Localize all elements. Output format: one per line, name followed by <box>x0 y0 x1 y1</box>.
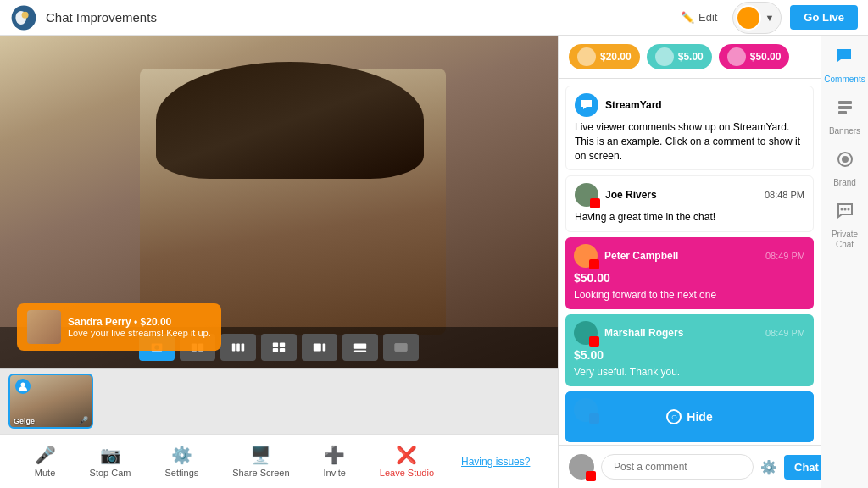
invite-button[interactable]: ➕ Invite <box>317 441 353 481</box>
donation-badge-1[interactable]: $20.00 <box>569 44 640 69</box>
having-issues-link[interactable]: Having issues? <box>461 456 530 468</box>
right-sidebar: Comments Banners Brand Private Chat <box>821 36 868 488</box>
comment-input-area: ⚙️ Chat <box>559 445 821 488</box>
thumbnail-user[interactable]: Geige 🎤 <box>8 374 93 429</box>
donation-badge-2[interactable]: $5.00 <box>647 44 712 69</box>
leave-icon: ❌ <box>396 445 417 465</box>
comment-avatar <box>574 321 598 345</box>
invite-icon: ➕ <box>324 445 345 465</box>
sidebar-item-banners[interactable]: Banners <box>829 97 860 136</box>
svg-rect-13 <box>280 348 285 352</box>
donation-avatar-2 <box>655 47 674 66</box>
comment-text: Having a great time in the chat! <box>575 210 804 225</box>
comments-icon <box>834 46 854 71</box>
private-chat-icon <box>835 201 855 226</box>
svg-point-26 <box>840 208 843 211</box>
hide-overlay[interactable]: ○ Hide <box>565 391 814 442</box>
go-live-button[interactable]: Go Live <box>790 5 858 30</box>
header: Chat Improvements ✏️ Edit ▼ Go Live <box>0 0 868 36</box>
superchat-name: Sandra Perry • $20.00 <box>68 316 211 328</box>
sidebar-item-brand[interactable]: Brand <box>833 149 856 187</box>
mute-icon: 🎤 <box>35 445 56 465</box>
list-item[interactable]: Joe Rivers 08:48 PM Having a great time … <box>565 175 814 232</box>
video-area: Sandra Perry • $20.00 Love your live str… <box>0 36 558 488</box>
svg-rect-12 <box>273 348 278 352</box>
comment-header: StreamYard <box>575 93 804 117</box>
superchat-avatar <box>27 310 61 344</box>
comment-time: 08:49 PM <box>765 328 805 338</box>
comment-time: 08:49 PM <box>765 251 805 261</box>
svg-rect-15 <box>323 344 326 352</box>
thumb-label: Geige <box>14 417 35 425</box>
svg-rect-21 <box>838 106 852 109</box>
svg-rect-14 <box>314 344 321 352</box>
page-title: Chat Improvements <box>46 10 674 25</box>
layout-banner-button[interactable] <box>342 334 378 361</box>
camera-icon: 📷 <box>100 445 121 465</box>
hide-button[interactable]: ○ Hide <box>666 409 712 424</box>
comment-header: Joe Rivers 08:48 PM <box>575 183 804 207</box>
svg-rect-11 <box>280 343 285 347</box>
svg-rect-22 <box>838 111 847 114</box>
thumb-mic-icon: 🎤 <box>78 416 88 425</box>
svg-point-25 <box>843 208 846 211</box>
layout-blank-button[interactable] <box>383 334 419 361</box>
comment-input[interactable] <box>601 454 754 480</box>
settings-icon: ⚙️ <box>171 445 192 465</box>
svg-rect-16 <box>354 344 366 349</box>
superchat-overlay: Sandra Perry • $20.00 Love your live str… <box>17 303 221 351</box>
svg-point-24 <box>842 156 849 163</box>
comment-wrapper: ○ Hide <box>565 391 814 442</box>
svg-point-2 <box>22 11 29 18</box>
comment-author: Joe Rivers <box>605 189 758 201</box>
comment-text: Very useful. Thank you. <box>574 365 805 380</box>
svg-rect-8 <box>236 344 240 352</box>
list-item[interactable]: Marshall Rogers 08:49 PM $5.00 Very usef… <box>565 314 814 386</box>
stop-cam-button[interactable]: 📷 Stop Cam <box>83 441 138 481</box>
comment-header: Marshall Rogers 08:49 PM <box>574 321 805 345</box>
list-item[interactable]: StreamYard Live viewer comments show up … <box>565 86 814 170</box>
avatar <box>736 5 761 30</box>
comment-settings-button[interactable]: ⚙️ <box>760 459 777 475</box>
svg-rect-9 <box>242 344 245 352</box>
layout-side-button[interactable] <box>302 334 337 361</box>
controls-bar: 🎤 Mute 📷 Stop Cam ⚙️ Settings 🖥️ Share S… <box>0 434 558 488</box>
superchat-message: Love your live streams! Keep it up. <box>68 328 211 338</box>
donation-avatar-1 <box>577 47 596 66</box>
svg-rect-20 <box>838 101 852 104</box>
thumbnail-strip: Geige 🎤 <box>0 368 558 434</box>
chevron-down-icon: ▼ <box>765 13 774 23</box>
header-actions: ✏️ Edit ▼ Go Live <box>674 2 858 34</box>
settings-button[interactable]: ⚙️ Settings <box>159 441 206 481</box>
edit-button[interactable]: ✏️ Edit <box>674 7 724 28</box>
video-feed: Sandra Perry • $20.00 Love your live str… <box>0 36 558 368</box>
comment-text: Looking forward to the next one <box>574 288 805 302</box>
comments-list: StreamYard Live viewer comments show up … <box>559 79 821 445</box>
brand-icon <box>835 149 855 175</box>
svg-point-19 <box>21 383 25 387</box>
donation-badge-3[interactable]: $50.00 <box>719 44 790 69</box>
svg-rect-10 <box>273 343 278 347</box>
layout-four-button[interactable] <box>261 334 297 361</box>
bottom-section: Geige 🎤 🎤 Mute 📷 Stop Cam <box>0 368 558 488</box>
comment-author: StreamYard <box>605 99 804 111</box>
comment-author: Marshall Rogers <box>604 327 759 339</box>
comment-avatar <box>575 93 598 117</box>
layout-three-button[interactable] <box>220 334 256 361</box>
donations-bar: $20.00 $5.00 $50.00 <box>559 36 821 79</box>
youtube-badge <box>586 471 596 481</box>
sidebar-item-comments[interactable]: Comments <box>824 46 865 84</box>
leave-studio-button[interactable]: ❌ Leave Studio <box>373 441 441 481</box>
svg-point-27 <box>847 208 849 211</box>
comment-amount: $50.00 <box>574 271 805 285</box>
screen-icon: 🖥️ <box>250 445 271 465</box>
avatar-dropdown[interactable]: ▼ <box>732 2 782 34</box>
mute-button[interactable]: 🎤 Mute <box>28 441 63 481</box>
sidebar-item-private-chat[interactable]: Private Chat <box>821 201 868 250</box>
list-item[interactable]: Peter Campbell 08:49 PM $50.00 Looking f… <box>565 237 814 309</box>
app-logo <box>10 4 37 31</box>
main-content: Sandra Perry • $20.00 Love your live str… <box>0 36 868 488</box>
svg-rect-18 <box>395 344 407 352</box>
share-screen-button[interactable]: 🖥️ Share Screen <box>225 441 296 481</box>
donation-avatar-3 <box>727 47 746 66</box>
